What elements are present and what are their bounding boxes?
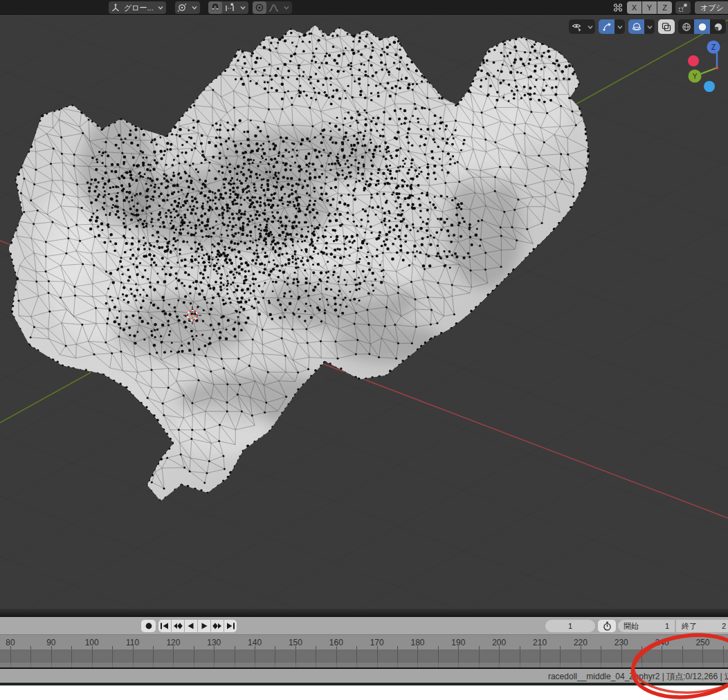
frame-gridline: [235, 663, 235, 667]
frame-gridline: [153, 663, 154, 667]
frame-gridline: [417, 663, 418, 667]
pivot-point-icon: [175, 1, 189, 14]
ruler-tick: [295, 646, 296, 650]
gizmos-dropdown[interactable]: [599, 19, 625, 34]
mirror-z-button[interactable]: Z: [657, 1, 672, 14]
visibility-dropdown[interactable]: [569, 19, 595, 34]
ruler-tick: [601, 646, 601, 650]
current-frame-field[interactable]: 1: [545, 620, 595, 632]
next-keyframe-button[interactable]: [211, 620, 224, 632]
ruler-tick: [235, 646, 235, 650]
window-bottom-edge: [0, 683, 728, 685]
frame-ruler[interactable]: 8090100110120130140150160170180190200210…: [0, 635, 728, 650]
frame-gridline: [641, 663, 642, 667]
ruler-tick: [702, 646, 703, 650]
mirror-y-button[interactable]: Y: [642, 1, 657, 14]
ruler-tick: [540, 646, 540, 650]
frame-gridline: [92, 650, 93, 663]
ruler-tick: [520, 646, 520, 650]
orientation-label: グロー...: [122, 3, 155, 13]
prev-keyframe-button[interactable]: [172, 620, 184, 632]
orientation-axes-icon: [109, 1, 122, 14]
ruler-tick: [173, 646, 174, 650]
viewport-canvas[interactable]: ZY: [0, 16, 728, 609]
frame-gridline: [458, 663, 459, 667]
shading-material-icon[interactable]: [710, 19, 726, 34]
shading-wireframe-icon[interactable]: [678, 19, 694, 34]
ruler-tick: [560, 646, 561, 650]
frame-gridline: [702, 663, 703, 667]
frame-end-value: 2: [722, 622, 726, 630]
timeline-summary-strip[interactable]: [0, 663, 728, 667]
frame-gridline: [295, 663, 296, 667]
chevron-down-icon[interactable]: [237, 1, 248, 14]
jump-start-button[interactable]: [158, 620, 171, 632]
viewport-3d[interactable]: ZY: [0, 15, 728, 609]
frame-gridline: [92, 663, 93, 667]
frame-gridline: [560, 663, 561, 667]
falloff-curve-icon[interactable]: [266, 1, 281, 14]
ruler-tick: [214, 646, 215, 650]
record-button[interactable]: [141, 620, 156, 632]
ruler-tick: [438, 646, 439, 650]
overlays-dropdown[interactable]: [628, 19, 655, 34]
ruler-tick: [10, 646, 11, 650]
frame-gridline: [30, 650, 31, 663]
frame-gridline: [133, 650, 134, 663]
gizmo-icon[interactable]: [599, 19, 615, 34]
frame-gridline: [540, 650, 540, 663]
show-hide-eye-icon[interactable]: [569, 19, 585, 34]
frame-gridline: [71, 663, 72, 667]
overlays-icon[interactable]: [628, 19, 644, 34]
ruler-tick: [133, 646, 134, 650]
pivot-point-dropdown[interactable]: [175, 1, 200, 14]
transform-orientation-dropdown[interactable]: グロー...: [109, 1, 166, 14]
navigation-gizmo: ZY: [688, 41, 720, 93]
viewport-bottom-edge: [0, 609, 728, 617]
frame-gridline: [356, 663, 357, 667]
frame-gridline: [71, 650, 72, 663]
frame-gridline: [601, 650, 601, 663]
frame-start-field[interactable]: 開始 1: [618, 620, 675, 632]
ruler-tick: [499, 646, 500, 650]
auto-keying-stopwatch-button[interactable]: [598, 620, 616, 632]
timeline-track-area[interactable]: [0, 650, 728, 663]
proportional-edit-group: [253, 1, 292, 14]
blender-window: { "header": { "orientation_label": "グロー.…: [0, 0, 728, 700]
frame-gridline: [336, 650, 337, 663]
jump-end-button[interactable]: [224, 620, 237, 632]
ruler-tick: [417, 646, 418, 650]
ruler-tick: [71, 646, 72, 650]
ruler-tick: [275, 646, 275, 650]
frame-gridline: [10, 663, 11, 667]
frame-gridline: [479, 650, 480, 663]
frame-gridline: [581, 650, 581, 663]
auto-merge-toggle[interactable]: [675, 1, 691, 14]
proportional-editing-toggle[interactable]: [253, 1, 266, 14]
frame-gridline: [173, 663, 174, 667]
chevron-down-icon[interactable]: [615, 19, 625, 34]
frame-gridline: [520, 650, 520, 663]
frame-gridline: [275, 663, 275, 667]
chevron-down-icon[interactable]: [644, 19, 655, 34]
play-reverse-button[interactable]: [185, 620, 197, 632]
mirror-x-button[interactable]: X: [627, 1, 641, 14]
options-dropdown[interactable]: オプシ: [695, 1, 728, 14]
ruler-tick: [621, 646, 622, 650]
frame-gridline: [723, 650, 724, 663]
frame-gridline: [255, 663, 255, 667]
frame-gridline: [316, 650, 316, 663]
svg-text:Z: Z: [711, 44, 716, 51]
chevron-down-icon[interactable]: [281, 1, 292, 14]
frame-end-field[interactable]: 終了 2: [676, 620, 728, 632]
frame-gridline: [336, 663, 337, 667]
ruler-tick: [356, 646, 357, 650]
snap-target-icon[interactable]: [222, 1, 237, 14]
play-button[interactable]: [198, 620, 210, 632]
xray-toggle-icon[interactable]: [658, 19, 675, 34]
shading-solid-icon[interactable]: [694, 19, 710, 34]
frame-gridline: [51, 663, 52, 667]
snap-magnet-toggle[interactable]: [208, 1, 222, 14]
chevron-down-icon[interactable]: [585, 19, 595, 34]
ruler-tick: [682, 646, 683, 650]
